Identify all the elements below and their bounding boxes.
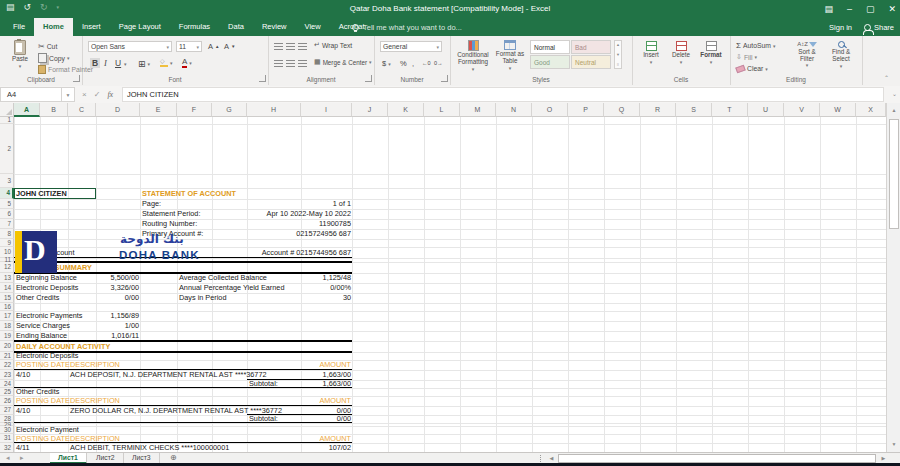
- select-all-corner[interactable]: [0, 103, 14, 117]
- fill-color-icon[interactable]: ◇▾: [160, 59, 173, 67]
- cell-I13[interactable]: 1,125/48: [323, 273, 351, 283]
- styles-gallery-scrollbar[interactable]: ▲ ▼ ≡: [614, 40, 622, 69]
- cell-C31[interactable]: DESCRIPTION: [70, 434, 120, 443]
- copy-button[interactable]: Copy ▾: [38, 53, 69, 63]
- cell-A17[interactable]: Electronic Payments: [16, 311, 83, 321]
- cell-I10[interactable]: Account # 0215744956 687: [262, 247, 351, 258]
- cell-I26[interactable]: AMOUNT: [319, 396, 351, 406]
- close-button[interactable]: ✕: [888, 4, 896, 14]
- row-header-26[interactable]: 26: [0, 396, 14, 406]
- cell-I32[interactable]: 107/02: [329, 443, 351, 452]
- column-header-P[interactable]: P: [568, 103, 604, 117]
- cell-A27[interactable]: 4/10: [16, 406, 30, 415]
- cell-A32[interactable]: 4/11: [16, 443, 30, 452]
- cell-H28[interactable]: Subtotal:: [249, 415, 278, 423]
- tab-file[interactable]: File: [4, 18, 34, 36]
- cell-I22[interactable]: AMOUNT: [319, 360, 351, 370]
- row-header-19[interactable]: 19: [0, 331, 14, 341]
- gallery-down-icon[interactable]: ▼: [616, 52, 620, 57]
- row-header-13[interactable]: 13: [0, 273, 14, 283]
- row-header-3[interactable]: 3: [0, 174, 14, 188]
- cell-D19[interactable]: 1,016/11: [111, 331, 139, 341]
- column-header-K[interactable]: K: [388, 103, 424, 117]
- spreadsheet-grid[interactable]: ABCDEFGHIJKLMNOPQRSTUVWX 123456789101112…: [0, 103, 900, 452]
- cell-I15[interactable]: 30: [343, 293, 351, 303]
- row-header-5[interactable]: 5: [0, 199, 14, 209]
- row-header-27[interactable]: 27: [0, 406, 14, 415]
- row-header-17[interactable]: 17: [0, 311, 14, 321]
- row-header-30[interactable]: 30: [0, 426, 14, 434]
- row-header-20[interactable]: 20: [0, 341, 14, 352]
- scroll-up-icon[interactable]: ▲: [888, 104, 900, 117]
- column-header-U[interactable]: U: [748, 103, 784, 117]
- column-header-F[interactable]: F: [177, 103, 212, 117]
- row-header-8[interactable]: 8: [0, 229, 14, 239]
- clear-button[interactable]: Clear▾: [736, 65, 768, 72]
- cell-A22[interactable]: POSTING DATE: [16, 360, 70, 370]
- cell-F15[interactable]: Days in Period: [179, 293, 226, 303]
- row-header-24[interactable]: 24: [0, 380, 14, 388]
- cell-I14[interactable]: 0/00%: [330, 283, 351, 293]
- name-box[interactable]: A4: [0, 87, 62, 102]
- number-format-combo[interactable]: General▾: [380, 41, 442, 52]
- tab-insert[interactable]: Insert: [73, 18, 110, 36]
- minimize-button[interactable]: –: [847, 4, 852, 14]
- tab-data[interactable]: Data: [219, 18, 253, 36]
- row-header-4[interactable]: 4: [0, 188, 14, 199]
- wrap-text-button[interactable]: ↵ Wrap Text: [314, 41, 352, 49]
- column-header-S[interactable]: S: [676, 103, 712, 117]
- hscroll-right-icon[interactable]: ▶: [879, 454, 888, 463]
- cell-styles-gallery[interactable]: Normal Bad Good Neutral: [530, 40, 611, 69]
- ribbon-display-options-icon[interactable]: ▤: [824, 4, 833, 14]
- paste-dropdown-icon[interactable]: ▾: [19, 64, 22, 70]
- increase-decimal-icon[interactable]: ←0: [422, 60, 431, 66]
- formula-bar-expand-icon[interactable]: ⌄: [892, 90, 897, 97]
- cell-E5[interactable]: Page:: [142, 199, 161, 209]
- column-header-T[interactable]: T: [712, 103, 748, 117]
- cell-C22[interactable]: DESCRIPTION: [70, 360, 120, 370]
- column-header-A[interactable]: A: [14, 103, 40, 117]
- shrink-font-icon[interactable]: A▼: [224, 42, 235, 51]
- row-header-9[interactable]: 9: [0, 239, 14, 247]
- row-header-2[interactable]: 2: [0, 124, 14, 174]
- restore-button[interactable]: ▢: [866, 4, 875, 14]
- font-color-icon[interactable]: A▾: [182, 58, 192, 68]
- percent-style-icon[interactable]: %: [400, 59, 407, 68]
- cell-A19[interactable]: Ending Balance: [16, 331, 67, 341]
- cell-I6[interactable]: Apr 10 2022-May 10 2022: [267, 209, 351, 219]
- formula-input[interactable]: JOHN CITIZEN: [122, 87, 884, 102]
- row-header-16[interactable]: 16: [0, 303, 14, 311]
- cell-I28[interactable]: 0/00: [337, 415, 351, 423]
- cell-A31[interactable]: POSTING DATE: [16, 434, 70, 443]
- style-good[interactable]: Good: [530, 55, 570, 69]
- column-header-E[interactable]: E: [140, 103, 177, 117]
- column-header-D[interactable]: D: [96, 103, 140, 117]
- column-header-R[interactable]: R: [640, 103, 676, 117]
- column-header-W[interactable]: W: [820, 103, 856, 117]
- row-header-25[interactable]: 25: [0, 388, 14, 396]
- collapse-ribbon-icon[interactable]: ⌃: [884, 74, 889, 81]
- align-top-icon[interactable]: [274, 43, 283, 50]
- cell-I24[interactable]: 1,663/00: [323, 380, 351, 388]
- cell-I7[interactable]: 11900785: [319, 219, 351, 229]
- cell-D17[interactable]: 1,156/89: [111, 311, 139, 321]
- style-normal[interactable]: Normal: [530, 40, 570, 54]
- alignment-dialog-launcher-icon[interactable]: [365, 75, 372, 82]
- row-header-22[interactable]: 22: [0, 360, 14, 370]
- tab-view[interactable]: View: [296, 18, 330, 36]
- column-header-Q[interactable]: Q: [604, 103, 640, 117]
- style-neutral[interactable]: Neutral: [571, 55, 611, 69]
- sign-in-link[interactable]: Sign in: [829, 23, 852, 32]
- delete-cells-button[interactable]: Delete ▾: [668, 41, 694, 65]
- cell-A30[interactable]: Electronic Payment: [16, 426, 79, 434]
- merge-center-button[interactable]: ▦ Merge & Center ▾: [314, 58, 372, 66]
- cell-E6[interactable]: Statement Period:: [142, 209, 200, 219]
- enter-icon[interactable]: ✓: [94, 90, 101, 99]
- scroll-down-icon[interactable]: ▼: [888, 438, 900, 451]
- cell-A18[interactable]: Service Charges: [16, 321, 70, 331]
- column-header-O[interactable]: O: [532, 103, 568, 117]
- vertical-scroll-thumb[interactable]: [889, 119, 899, 229]
- column-header-G[interactable]: G: [212, 103, 247, 117]
- align-center-icon[interactable]: [286, 60, 295, 67]
- number-dialog-launcher-icon[interactable]: [441, 75, 448, 82]
